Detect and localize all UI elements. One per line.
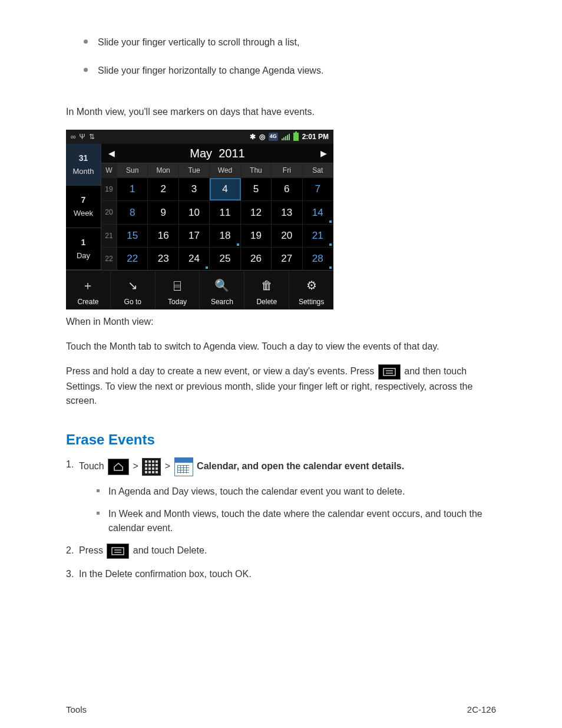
day-header: Fri <box>272 163 302 177</box>
day-cell[interactable]: 9 <box>148 201 178 223</box>
list-item: In Week and Month views, touch the date … <box>97 507 496 535</box>
signal-icon <box>282 134 290 140</box>
day-cell[interactable]: 23 <box>148 248 178 270</box>
when-in-month-view: When in Month view: <box>66 315 496 329</box>
day-cell[interactable]: 24 <box>179 248 210 270</box>
menu-key-icon <box>378 364 401 380</box>
day-cell[interactable]: 28 <box>303 248 333 270</box>
step-1: 1. Touch > > Calendar, and open the cale… <box>66 457 496 476</box>
day-cell[interactable]: 25 <box>210 248 240 270</box>
svg-rect-0 <box>384 368 395 375</box>
day-cell[interactable]: 14 <box>303 201 333 223</box>
day-cell[interactable]: 11 <box>210 201 240 223</box>
month-label: May 2011 <box>190 144 244 162</box>
calendar-31-icon: 31 <box>79 152 88 164</box>
day-cell[interactable]: 13 <box>272 201 302 223</box>
event-marker-icon <box>329 266 332 269</box>
tab-month[interactable]: 31 Month <box>66 144 101 186</box>
event-marker-icon <box>237 243 239 246</box>
vibrate-icon: ◎ <box>259 131 265 142</box>
view-tabs: 31 Month 7 Week 1 Day <box>66 144 101 270</box>
day-cell[interactable]: 10 <box>179 201 210 223</box>
step-1-sublist: In Agenda and Day views, touch the calen… <box>97 485 496 535</box>
day-cell[interactable]: 12 <box>241 201 272 223</box>
battery-icon <box>293 133 299 141</box>
week-row: 191234567 <box>101 177 333 200</box>
day-cell[interactable]: 16 <box>148 225 178 247</box>
today-icon: ⌸ <box>174 276 181 294</box>
day-header: Wed <box>210 163 240 177</box>
prev-month-button[interactable]: ◀ <box>101 144 121 163</box>
day-headers: WSunMonTueWedThuFriSat <box>101 163 333 177</box>
tab-day[interactable]: 1 Day <box>66 228 101 270</box>
day-cell[interactable]: 19 <box>241 225 272 247</box>
delete-button[interactable]: 🗑Delete <box>244 271 289 309</box>
calendar-7-icon: 7 <box>81 194 86 206</box>
apps-icon <box>142 458 161 476</box>
step-2: 2. Press and touch Delete. <box>66 543 496 559</box>
button-label: Settings <box>299 297 324 307</box>
settings-button[interactable]: ⚙Settings <box>289 271 333 309</box>
search-icon: 🔍 <box>214 276 229 294</box>
day-header: Tue <box>179 163 210 177</box>
create-icon: ＋ <box>82 276 94 294</box>
list-item: In Agenda and Day views, touch the calen… <box>97 485 496 499</box>
month-tab-instruction: Touch the Month tab to switch to Agenda … <box>66 340 496 354</box>
day-cell[interactable]: 2 <box>148 178 178 200</box>
calendar-app-icon <box>174 457 193 476</box>
day-cell[interactable]: 7 <box>303 178 333 200</box>
week-number: 20 <box>101 201 117 223</box>
day-cell[interactable]: 22 <box>117 248 148 270</box>
button-label: Create <box>77 297 98 307</box>
day-cell[interactable]: 4 <box>210 178 240 200</box>
week-number: 19 <box>101 178 117 200</box>
create-button[interactable]: ＋Create <box>66 271 111 309</box>
settings-icon: ⚙ <box>306 276 317 294</box>
day-cell[interactable]: 27 <box>272 248 302 270</box>
month-view-intro: In Month view, you'll see markers on day… <box>66 105 496 119</box>
day-cell[interactable]: 8 <box>117 201 148 223</box>
day-cell[interactable]: 3 <box>179 178 210 200</box>
calendar-1-icon: 1 <box>81 236 86 249</box>
search-button[interactable]: 🔍Search <box>200 271 244 309</box>
day-cell[interactable]: 15 <box>117 225 148 247</box>
day-cell[interactable]: 1 <box>117 178 148 200</box>
today-button[interactable]: ⌸Today <box>156 271 200 309</box>
day-header: Sat <box>303 163 333 177</box>
menu-key-icon <box>107 543 129 559</box>
week-number: 22 <box>101 248 117 270</box>
next-month-button[interactable]: ▶ <box>313 144 333 163</box>
svg-rect-3 <box>112 548 124 555</box>
erase-events-heading: Erase Events <box>66 429 496 450</box>
day-header: Thu <box>241 163 272 177</box>
day-cell[interactable]: 20 <box>272 225 302 247</box>
day-cell[interactable]: 17 <box>179 225 210 247</box>
step-3: 3. In the Delete confirmation box, touch… <box>66 567 496 581</box>
day-cell[interactable]: 5 <box>241 178 272 200</box>
calendar-weeks: 1912345672089101112131421151617181920212… <box>101 177 333 270</box>
day-cell[interactable]: 21 <box>303 225 333 247</box>
bluetooth-icon: ✱ <box>250 131 256 142</box>
options-bar: ＋Create↘Go to⌸Today🔍Search🗑Delete⚙Settin… <box>66 270 333 309</box>
goto-icon: ↘ <box>128 276 138 294</box>
day-cell[interactable]: 18 <box>210 225 240 247</box>
tab-label: Week <box>74 207 93 219</box>
tab-label: Day <box>77 250 90 262</box>
footer-section: Tools <box>66 703 87 717</box>
event-marker-icon <box>329 220 332 223</box>
week-row: 2115161718192021 <box>101 224 333 247</box>
footer-page: 2C-126 <box>467 703 496 717</box>
month-header: ◀ May 2011 ▶ <box>101 144 333 163</box>
swipe-instruction-list: Slide your finger vertically to scroll t… <box>84 35 496 78</box>
status-time: 2:01 PM <box>302 131 329 142</box>
event-marker-icon <box>329 243 332 246</box>
event-marker-icon <box>206 266 208 269</box>
day-header: Mon <box>148 163 178 177</box>
week-row: 20891011121314 <box>101 200 333 223</box>
goto-button[interactable]: ↘Go to <box>111 271 156 309</box>
button-label: Search <box>211 297 233 307</box>
phone-screenshot: ∞ Ψ ⇅ ✱ ◎ 4G 2:01 PM 31 Month 7 Week 1 D <box>66 130 333 309</box>
tab-week[interactable]: 7 Week <box>66 186 101 228</box>
day-cell[interactable]: 26 <box>241 248 272 270</box>
day-cell[interactable]: 6 <box>272 178 302 200</box>
